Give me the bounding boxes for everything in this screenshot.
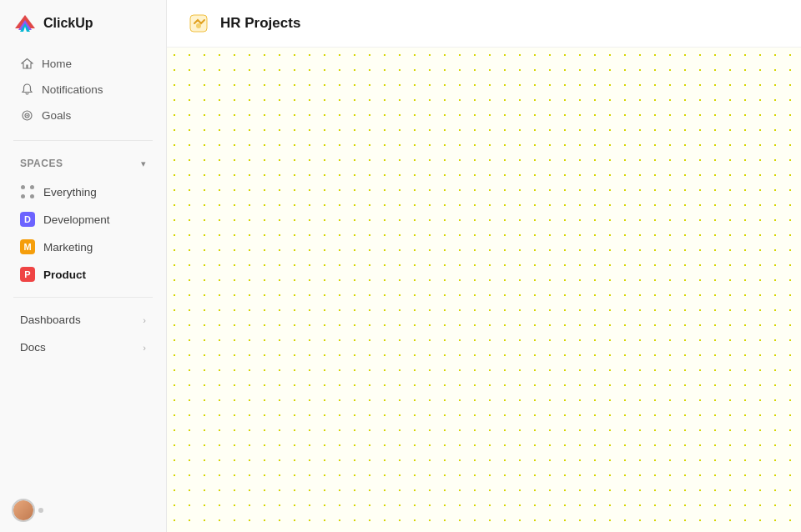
sidebar-item-everything[interactable]: Everything (7, 178, 159, 205)
sidebar-item-dashboards[interactable]: Dashboards › (7, 307, 159, 333)
svg-point-5 (26, 114, 28, 116)
docs-chevron-icon: › (143, 343, 146, 353)
sidebar-item-docs[interactable]: Docs › (7, 334, 159, 360)
clickup-logo-icon (13, 12, 37, 35)
main-header: HR Projects (167, 0, 801, 48)
sidebar-item-notifications-label: Notifications (42, 83, 103, 96)
sidebar-item-everything-label: Everything (43, 186, 97, 198)
development-avatar: D (20, 212, 35, 227)
sidebar-item-product-label: Product (43, 269, 86, 281)
sidebar-item-dashboards-label: Dashboards (20, 314, 81, 326)
spaces-header[interactable]: Spaces ▾ (7, 153, 159, 174)
main-content-area: HR Projects (167, 0, 801, 532)
user-avatar-ring (12, 499, 35, 522)
product-avatar: P (20, 267, 35, 282)
sidebar-bottom (0, 489, 166, 532)
sidebar-item-docs-label: Docs (20, 341, 46, 354)
sidebar-item-marketing[interactable]: M Marketing (7, 233, 159, 260)
sidebar-item-development-label: Development (43, 213, 110, 226)
goals-icon (20, 108, 33, 122)
marketing-avatar: M (20, 239, 35, 254)
main-canvas (167, 48, 801, 532)
dashboards-chevron-icon: › (143, 315, 146, 325)
everything-dots-icon (20, 184, 35, 199)
sidebar-item-notifications[interactable]: Notifications (7, 77, 159, 102)
hr-projects-icon (187, 12, 210, 35)
sidebar-item-product[interactable]: P Product (7, 261, 159, 288)
sidebar-item-marketing-label: Marketing (43, 241, 93, 253)
sidebar-item-goals-label: Goals (42, 109, 71, 122)
sidebar-nav: Home Notifications Goals (0, 47, 166, 132)
spaces-chevron-icon: ▾ (141, 158, 146, 169)
logo[interactable]: ClickUp (0, 0, 166, 47)
spaces-list: Everything D Development M Marketing P P… (0, 178, 166, 289)
logo-text: ClickUp (43, 16, 93, 31)
nav-divider (13, 140, 153, 141)
sidebar: ClickUp Home Notifications (0, 0, 167, 532)
user-avatar-group[interactable] (12, 499, 43, 522)
sidebar-item-goals[interactable]: Goals (7, 103, 159, 128)
spaces-label: Spaces (20, 158, 63, 169)
svg-point-7 (196, 23, 201, 28)
user-avatar (13, 500, 33, 520)
spaces-divider (13, 297, 153, 298)
sidebar-item-home-label: Home (42, 58, 72, 70)
page-title: HR Projects (220, 15, 300, 32)
avatar-dot-1 (38, 508, 43, 513)
sidebar-item-home[interactable]: Home (7, 51, 159, 76)
home-icon (20, 57, 33, 70)
bell-icon (20, 83, 33, 96)
sidebar-item-development[interactable]: D Development (7, 206, 159, 233)
